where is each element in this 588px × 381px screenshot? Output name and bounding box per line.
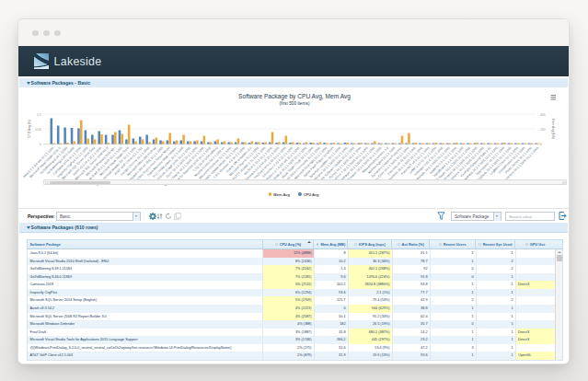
svg-text:0: 0 bbox=[40, 143, 41, 146]
svg-text:Mem Avg (MB): Mem Avg (MB) bbox=[551, 119, 555, 139]
svg-text:Software Package by CPU Avg, M: Software Package by CPU Avg, Mem Avg bbox=[238, 93, 351, 100]
svg-text:0.1: 0.1 bbox=[37, 113, 41, 117]
svg-text:0: 0 bbox=[540, 143, 542, 146]
svg-text:200: 200 bbox=[540, 128, 546, 132]
svg-text:CPU Avg (%): CPU Avg (%) bbox=[28, 120, 31, 138]
svg-text:(first 500 items): (first 500 items) bbox=[279, 101, 309, 106]
svg-text:400: 400 bbox=[540, 113, 546, 117]
svg-text:0.05: 0.05 bbox=[35, 128, 41, 132]
